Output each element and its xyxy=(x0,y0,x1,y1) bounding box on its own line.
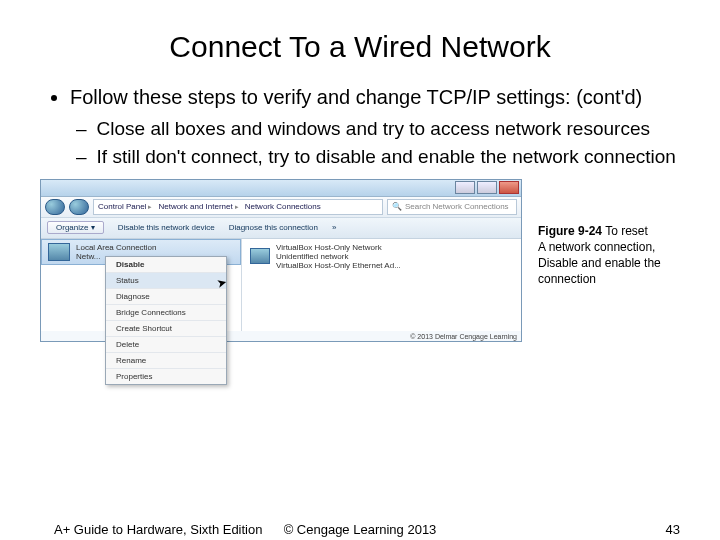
toolbar: Organize ▾ Disable this network device D… xyxy=(41,218,521,239)
subbullet-2: If still don't connect, try to disable a… xyxy=(98,145,680,169)
menu-properties[interactable]: Properties xyxy=(106,369,226,384)
minimize-icon[interactable] xyxy=(455,181,475,194)
crumb-network-internet[interactable]: Network and Internet xyxy=(158,202,238,211)
bullet-main: Follow these steps to verify and change … xyxy=(70,86,680,109)
page-number: 43 xyxy=(666,522,680,537)
figure-caption: Figure 9-24 To reset A network connectio… xyxy=(538,223,661,288)
breadcrumb[interactable]: Control Panel Network and Internet Netwo… xyxy=(93,199,383,215)
figure-label: Figure 9-24 xyxy=(538,224,602,238)
caption-t2: A network connection, xyxy=(538,240,655,254)
menu-diagnose[interactable]: Diagnose xyxy=(106,289,226,305)
menu-bridge[interactable]: Bridge Connections xyxy=(106,305,226,321)
caption-t3: Disable and enable the xyxy=(538,256,661,270)
window-titlebar xyxy=(41,180,521,197)
network-icon xyxy=(250,248,270,264)
forward-icon[interactable] xyxy=(69,199,89,215)
subbullet-1: Close all boxes and windows and try to a… xyxy=(98,117,680,141)
crumb-control-panel[interactable]: Control Panel xyxy=(98,202,152,211)
menu-disable[interactable]: Disable xyxy=(106,257,226,273)
vbox-name: VirtualBox Host-Only Network xyxy=(276,243,401,252)
crumb-network-connections[interactable]: Network Connections xyxy=(245,202,321,211)
caption-t1: To reset xyxy=(605,224,648,238)
virtualbox-network-item[interactable]: VirtualBox Host-Only Network Unidentifie… xyxy=(250,243,513,270)
vbox-line3: VirtualBox Host-Only Ethernet Ad... xyxy=(276,261,401,270)
disable-device-button[interactable]: Disable this network device xyxy=(118,223,215,232)
organize-button[interactable]: Organize ▾ xyxy=(47,221,104,234)
back-icon[interactable] xyxy=(45,199,65,215)
lac-name: Local Area Connection xyxy=(76,243,157,252)
search-input[interactable]: Search Network Connections xyxy=(387,199,517,215)
caption-t4: connection xyxy=(538,272,596,286)
close-icon[interactable] xyxy=(499,181,519,194)
menu-shortcut[interactable]: Create Shortcut xyxy=(106,321,226,337)
diagnose-connection-button[interactable]: Diagnose this connection xyxy=(229,223,318,232)
menu-rename[interactable]: Rename xyxy=(106,353,226,369)
footer-center: © Cengage Learning 2013 xyxy=(0,522,720,537)
network-icon xyxy=(48,243,70,261)
maximize-icon[interactable] xyxy=(477,181,497,194)
menu-status[interactable]: Status xyxy=(106,273,226,289)
menu-delete[interactable]: Delete xyxy=(106,337,226,353)
screenshot-window: Control Panel Network and Internet Netwo… xyxy=(40,179,522,342)
toolbar-overflow[interactable]: » xyxy=(332,223,336,232)
slide-title: Connect To a Wired Network xyxy=(40,30,680,64)
context-menu: Disable Status Diagnose Bridge Connectio… xyxy=(105,256,227,385)
vbox-line2: Unidentified network xyxy=(276,252,401,261)
